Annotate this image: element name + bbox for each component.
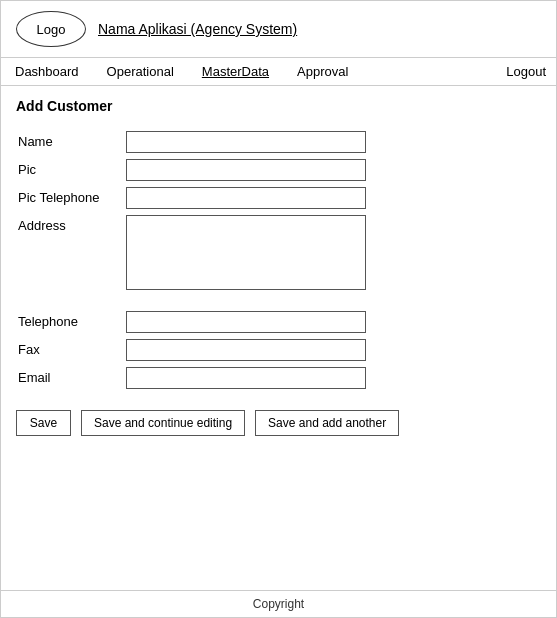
nav-masterdata[interactable]: MasterData xyxy=(198,62,273,81)
telephone-input[interactable] xyxy=(126,311,366,333)
logo-label: Logo xyxy=(37,22,66,37)
form-row-telephone: Telephone xyxy=(16,308,541,336)
page-title: Add Customer xyxy=(16,98,541,114)
footer: Copyright xyxy=(1,590,556,617)
save-add-button[interactable]: Save and add another xyxy=(255,410,399,436)
main-content: Add Customer Name Pic Pic Telephone Addr… xyxy=(1,86,556,590)
nav-dashboard[interactable]: Dashboard xyxy=(11,62,83,81)
header: Logo Nama Aplikasi (Agency System) xyxy=(1,1,556,58)
logo: Logo xyxy=(16,11,86,47)
pic-input-cell xyxy=(126,156,541,184)
email-input-cell xyxy=(126,364,541,392)
name-label: Name xyxy=(16,128,126,156)
navbar: Dashboard Operational MasterData Approva… xyxy=(1,58,556,86)
add-customer-form: Name Pic Pic Telephone Address Telephon xyxy=(16,128,541,392)
name-input-cell xyxy=(126,128,541,156)
form-row-pic-telephone: Pic Telephone xyxy=(16,184,541,212)
nav-approval[interactable]: Approval xyxy=(293,62,352,81)
pic-input[interactable] xyxy=(126,159,366,181)
fax-label: Fax xyxy=(16,336,126,364)
copyright-text: Copyright xyxy=(253,597,304,611)
form-row-fax: Fax xyxy=(16,336,541,364)
pic-telephone-input-cell xyxy=(126,184,541,212)
app-title: Nama Aplikasi (Agency System) xyxy=(98,21,297,37)
pic-telephone-input[interactable] xyxy=(126,187,366,209)
address-input-cell xyxy=(126,212,541,296)
address-input[interactable] xyxy=(126,215,366,290)
form-row-email: Email xyxy=(16,364,541,392)
email-input[interactable] xyxy=(126,367,366,389)
telephone-label: Telephone xyxy=(16,308,126,336)
fax-input[interactable] xyxy=(126,339,366,361)
save-continue-button[interactable]: Save and continue editing xyxy=(81,410,245,436)
buttons-row: Save Save and continue editing Save and … xyxy=(16,410,541,446)
pic-label: Pic xyxy=(16,156,126,184)
pic-telephone-label: Pic Telephone xyxy=(16,184,126,212)
address-label: Address xyxy=(16,212,126,296)
telephone-input-cell xyxy=(126,308,541,336)
form-row-pic: Pic xyxy=(16,156,541,184)
save-button[interactable]: Save xyxy=(16,410,71,436)
fax-input-cell xyxy=(126,336,541,364)
nav-logout[interactable]: Logout xyxy=(506,64,546,79)
nav-operational[interactable]: Operational xyxy=(103,62,178,81)
email-label: Email xyxy=(16,364,126,392)
form-row-address: Address xyxy=(16,212,541,296)
name-input[interactable] xyxy=(126,131,366,153)
form-row-name: Name xyxy=(16,128,541,156)
